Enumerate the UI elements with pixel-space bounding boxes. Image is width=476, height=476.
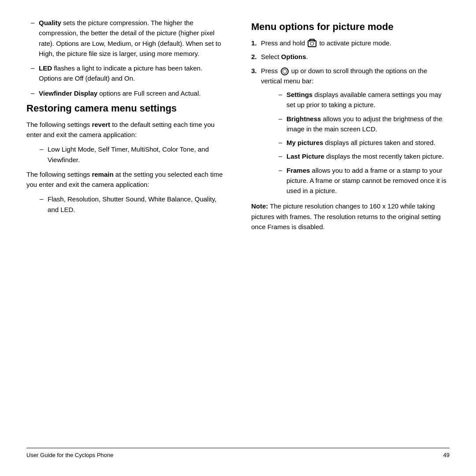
bullet-content: Frames allows you to add a frame or a st… <box>286 165 450 196</box>
dash: – <box>274 138 286 148</box>
term-led: LED <box>39 64 52 72</box>
term-frames: Frames <box>286 167 310 174</box>
top-bullet-list: – Quality sets the picture compression. … <box>26 18 225 98</box>
step-content: Press and hold to activate picture mode. <box>261 38 450 48</box>
bullet-content: Flash, Resolution, Shutter Sound, White … <box>48 194 225 215</box>
dash: – <box>26 63 39 84</box>
term-quality: Quality <box>39 19 61 26</box>
step-num: 1. <box>251 38 261 48</box>
left-column: – Quality sets the picture compression. … <box>26 18 229 448</box>
list-item: – Low Light Mode, Self Timer, MultiShot,… <box>35 144 225 165</box>
list-item: – LED flashes a light to indicate a pict… <box>26 63 225 84</box>
dash: – <box>35 194 48 215</box>
sub-bullet-list: – Settings displays available camera set… <box>274 89 450 196</box>
list-item: – Flash, Resolution, Shutter Sound, Whit… <box>35 194 225 215</box>
bullet-content: Brightness allows you to adjust the brig… <box>286 114 450 134</box>
list-item: 3. Press up or down to scroll through th… <box>251 66 450 86</box>
list-item: – Last Picture displays the most recentl… <box>274 151 450 161</box>
bullet-content: Last Picture displays the most recently … <box>286 151 450 161</box>
revert-list: – Low Light Mode, Self Timer, MultiShot,… <box>35 144 225 165</box>
list-item: – Frames allows you to add a frame or a … <box>274 165 450 196</box>
bullet-content: Quality sets the picture compression. Th… <box>39 18 225 59</box>
dash: – <box>274 151 286 161</box>
remain-list: – Flash, Resolution, Shutter Sound, Whit… <box>35 194 225 215</box>
step-content: Select Options. <box>261 52 450 62</box>
term-settings: Settings <box>286 91 312 98</box>
dash: – <box>274 114 286 134</box>
revert-para: The following settings revert to the def… <box>26 119 225 140</box>
term-viewfinder: Viewfinder Display <box>39 89 97 97</box>
bullet-content: Low Light Mode, Self Timer, MultiShot, C… <box>48 144 225 165</box>
remain-para: The following settings remain at the set… <box>26 169 225 190</box>
note-bold: Note: <box>251 202 268 210</box>
list-item: – Brightness allows you to adjust the br… <box>274 114 450 134</box>
dash: – <box>35 144 48 165</box>
list-item: – Quality sets the picture compression. … <box>26 18 225 59</box>
bullet-content: LED flashes a light to indicate a pictur… <box>39 63 225 84</box>
list-item: – Settings displays available camera set… <box>274 89 450 110</box>
term-last-picture: Last Picture <box>286 152 324 160</box>
step-num: 3. <box>251 66 261 86</box>
restoring-title: Restoring camera menu settings <box>26 103 225 114</box>
dash: – <box>26 88 39 98</box>
page: – Quality sets the picture compression. … <box>0 0 476 476</box>
dash: – <box>26 18 39 59</box>
term-brightness: Brightness <box>286 115 321 123</box>
footer-page-number: 49 <box>443 452 450 458</box>
list-item: 1. Press and hold to activate picture mo… <box>251 38 450 48</box>
list-item: 2. Select Options. <box>251 52 450 62</box>
term-my-pictures: My pictures <box>286 139 323 146</box>
right-column: Menu options for picture mode 1. Press a… <box>247 18 450 448</box>
footer-left-text: User Guide for the Cyclops Phone <box>26 452 113 458</box>
dash: – <box>274 89 286 110</box>
content-area: – Quality sets the picture compression. … <box>26 18 450 448</box>
camera-icon <box>308 40 316 47</box>
step-num: 2. <box>251 52 261 62</box>
dash: – <box>274 165 286 196</box>
bullet-content: Settings displays available camera setti… <box>286 89 450 110</box>
menu-options-title: Menu options for picture mode <box>251 21 450 33</box>
steps-list: 1. Press and hold to activate picture mo… <box>251 38 450 86</box>
list-item: – My pictures displays all pictures take… <box>274 138 450 148</box>
list-item: – Viewfinder Display options are Full sc… <box>26 88 225 98</box>
bullet-content: My pictures displays all pictures taken … <box>286 138 450 148</box>
footer: User Guide for the Cyclops Phone 49 <box>26 448 450 458</box>
scroll-icon <box>281 67 289 75</box>
step-content: Press up or down to scroll through the o… <box>261 66 450 86</box>
bullet-content: Viewfinder Display options are Full scre… <box>39 88 225 98</box>
note-paragraph: Note: The picture resolution changes to … <box>251 201 450 232</box>
